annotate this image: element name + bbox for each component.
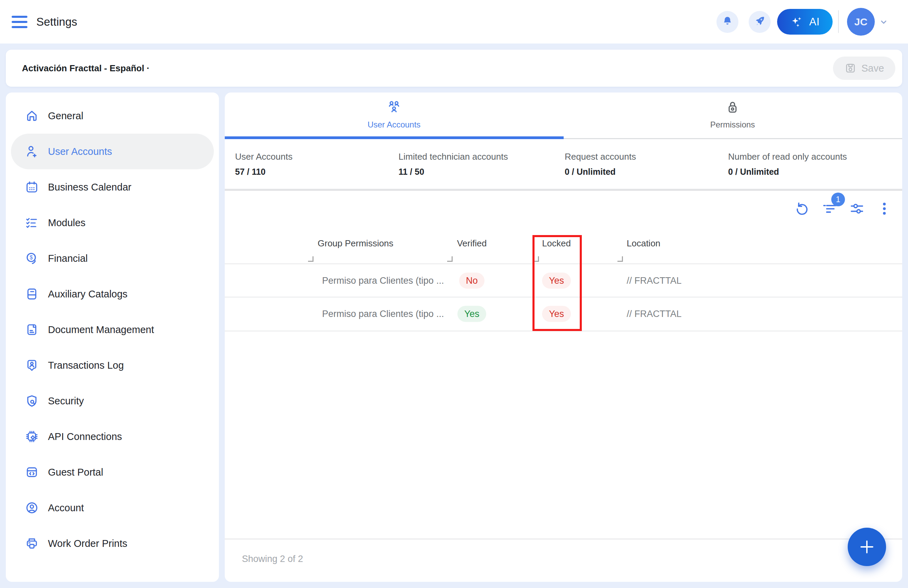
column-header-group-permissions[interactable]: Group Permissions	[318, 238, 393, 249]
user-accounts-panel: User Accounts Permissions User Accounts …	[225, 92, 902, 582]
sidebar-item-work-order-prints[interactable]: Work Order Prints	[11, 526, 214, 561]
badge-user-icon	[25, 358, 39, 372]
table-row[interactable]: Permiso para Clientes (tipo ... No Yes /…	[225, 264, 902, 297]
sidebar-item-label: Account	[48, 502, 84, 514]
shield-icon	[25, 394, 39, 408]
refresh-button[interactable]	[794, 201, 810, 217]
rocket-icon	[753, 15, 766, 29]
save-label: Save	[861, 63, 884, 74]
stat-label: Number of read only accounts	[728, 151, 847, 162]
footer-divider	[225, 539, 902, 539]
column-resize-handle[interactable]	[447, 256, 452, 262]
stat-label: Limited technician accounts	[399, 151, 508, 162]
column-resize-handle[interactable]	[308, 256, 314, 262]
table-row[interactable]: Permiso para Clientes (tipo ... Yes Yes …	[225, 297, 902, 330]
calendar-icon	[25, 180, 39, 194]
refresh-icon	[794, 201, 810, 217]
save-icon	[844, 62, 856, 74]
stat-limited-technician-accounts: Limited technician accounts 11 / 50	[399, 151, 508, 177]
sidebar-item-label: Modules	[48, 217, 86, 229]
cell-verified: Yes	[446, 306, 497, 322]
activation-title: Activación Fracttal - Español ·	[22, 50, 150, 87]
column-header-verified[interactable]: Verified	[446, 238, 497, 249]
stat-label: Request accounts	[565, 151, 636, 162]
sidebar-item-transactions-log[interactable]: Transactions Log	[11, 348, 214, 383]
page-title: Settings	[36, 0, 77, 43]
sliders-icon	[849, 201, 865, 217]
cell-verified: No	[446, 272, 497, 288]
activation-header-card: Activación Fracttal - Español · Save	[6, 50, 902, 87]
lock-icon	[725, 99, 741, 115]
sidebar-item-general[interactable]: General	[11, 98, 214, 134]
ai-assistant-button[interactable]: AI	[777, 9, 832, 35]
sidebar-item-label: User Accounts	[48, 146, 112, 157]
row-divider	[225, 331, 902, 331]
book-icon	[25, 287, 39, 301]
chevron-down-icon[interactable]	[878, 17, 890, 27]
sidebar-item-user-accounts[interactable]: User Accounts	[11, 134, 214, 169]
column-header-location[interactable]: Location	[627, 238, 660, 249]
column-resize-handle[interactable]	[533, 256, 539, 262]
sidebar-item-label: Work Order Prints	[48, 538, 127, 549]
locked-badge: Yes	[542, 306, 571, 322]
sidebar-item-label: Financial	[48, 253, 88, 264]
cell-group-permissions: Permiso para Clientes (tipo ...	[322, 275, 444, 286]
column-resize-handle[interactable]	[617, 256, 623, 262]
dollar-icon: $	[25, 251, 39, 266]
sidebar-item-api-connections[interactable]: API Connections	[11, 419, 214, 454]
save-button[interactable]: Save	[833, 56, 895, 80]
stat-value: 0 / Unlimited	[565, 167, 636, 177]
hamburger-menu-icon[interactable]	[12, 16, 27, 28]
stat-user-accounts: User Accounts 57 / 110	[235, 151, 293, 177]
topbar-divider	[838, 10, 839, 33]
add-user-account-button[interactable]	[848, 528, 886, 566]
verified-badge: No	[459, 272, 485, 288]
filter-count-badge[interactable]: 1	[831, 193, 845, 206]
sidebar-item-label: Document Management	[48, 324, 154, 335]
printer-icon	[25, 536, 39, 551]
kebab-menu-icon	[876, 201, 892, 217]
cell-group-permissions: Permiso para Clientes (tipo ...	[322, 308, 444, 319]
sidebar-item-account[interactable]: Account	[11, 490, 214, 526]
user-avatar[interactable]: JC	[847, 8, 875, 35]
cell-location: // FRACTTAL	[627, 275, 681, 286]
tab-label: User Accounts	[368, 120, 421, 129]
sidebar-item-label: Security	[48, 395, 84, 407]
tab-permissions[interactable]: Permissions	[563, 92, 902, 136]
table-settings-button[interactable]	[849, 201, 865, 217]
showing-count: Showing 2 of 2	[242, 554, 303, 564]
top-app-bar: Settings	[0, 0, 908, 43]
active-tab-indicator	[225, 136, 563, 139]
locked-badge: Yes	[542, 272, 571, 288]
stats-divider	[225, 189, 902, 191]
sidebar-item-financial[interactable]: $ Financial	[11, 240, 214, 276]
tab-label: Permissions	[710, 120, 755, 129]
ai-label: AI	[809, 16, 819, 28]
cell-locked: Yes	[531, 272, 582, 288]
tab-baseline	[563, 138, 902, 139]
sidebar-item-security[interactable]: Security	[11, 383, 214, 419]
stat-read-only-accounts: Number of read only accounts 0 / Unlimit…	[728, 151, 847, 177]
settings-page: Settings	[0, 0, 908, 588]
sidebar-item-auxiliary-catalogs[interactable]: Auxiliary Catalogs	[11, 276, 214, 312]
settings-sidebar: General User Accounts Business Calendar …	[6, 92, 219, 582]
sidebar-item-modules[interactable]: Modules	[11, 205, 214, 240]
sidebar-item-label: Guest Portal	[48, 467, 103, 478]
column-header-locked[interactable]: Locked	[531, 238, 582, 249]
checklist-icon	[25, 216, 39, 230]
sidebar-item-business-calendar[interactable]: Business Calendar	[11, 169, 214, 205]
sidebar-item-guest-portal[interactable]: Guest Portal	[11, 454, 214, 490]
sidebar-item-label: API Connections	[48, 431, 122, 442]
sidebar-item-label: Transactions Log	[48, 360, 124, 371]
tab-user-accounts[interactable]: User Accounts	[225, 92, 563, 136]
notifications-button[interactable]	[716, 11, 738, 33]
cell-location: // FRACTTAL	[627, 308, 681, 319]
user-circle-icon	[25, 501, 39, 515]
sparkles-icon	[790, 15, 804, 29]
home-icon	[25, 109, 39, 123]
whats-new-button[interactable]	[749, 11, 771, 33]
cell-locked: Yes	[531, 306, 582, 322]
more-options-button[interactable]	[876, 201, 892, 217]
sidebar-item-document-management[interactable]: Document Management	[11, 312, 214, 348]
stat-value: 11 / 50	[399, 167, 508, 177]
